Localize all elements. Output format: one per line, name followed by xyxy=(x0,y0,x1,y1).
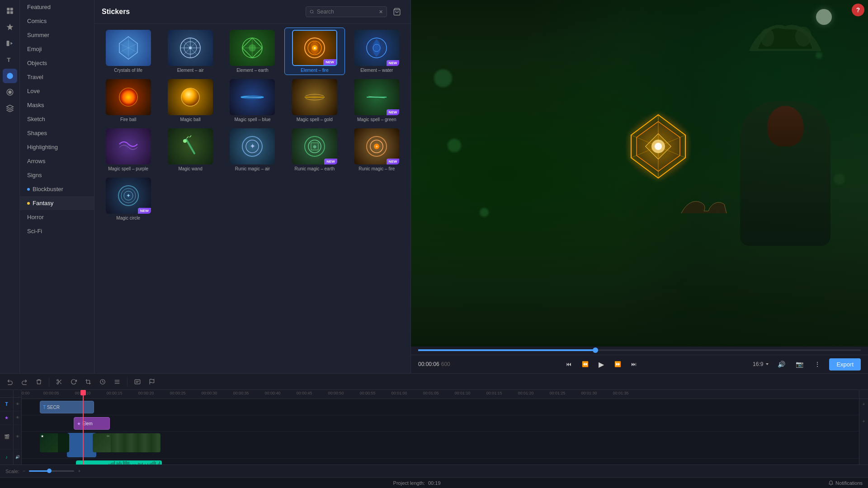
sticker-fire-ball[interactable]: Fire ball xyxy=(98,77,158,124)
sidebar-item-masks[interactable]: Masks xyxy=(20,98,94,112)
speed-button[interactable] xyxy=(96,375,109,388)
aspect-ratio-selector[interactable]: 16:9 xyxy=(753,361,769,367)
track-eye-toggle-video[interactable]: 👁 xyxy=(14,425,21,450)
sticker-crystals[interactable]: Crystals of life xyxy=(98,28,158,75)
add-element-track-btn[interactable]: + xyxy=(861,418,867,424)
person-silhouette xyxy=(740,101,830,246)
timeline-tracks-inner[interactable]: 00:00:00 00:00:05 00:00:10 00:00:15 00:0… xyxy=(22,390,859,465)
add-text-track-btn[interactable]: + xyxy=(861,401,867,407)
sidebar-item-highlighting[interactable]: Highlighting xyxy=(20,140,94,154)
search-input[interactable] xyxy=(317,9,376,15)
cart-icon[interactable] xyxy=(391,5,403,18)
skip-start-button[interactable]: ⏮ xyxy=(562,358,575,371)
text-tool-icon[interactable]: T xyxy=(3,52,17,67)
video-clip-2[interactable]: ✂ xyxy=(93,433,160,452)
search-box[interactable]: ✕ xyxy=(306,6,387,17)
step-forward-button[interactable]: ⏩ xyxy=(611,358,624,371)
undo-button[interactable] xyxy=(4,375,16,388)
sidebar-item-travel[interactable]: Travel xyxy=(20,70,94,84)
video-selection-block[interactable] xyxy=(67,433,96,457)
sidebar-item-signs[interactable]: Signs xyxy=(20,168,94,182)
sidebar-item-horror[interactable]: Horror xyxy=(20,210,94,224)
ruler-mark-95: 00:01:35 xyxy=(613,391,628,395)
sticker-magic-spell-gold[interactable]: Magic spell – gold xyxy=(284,77,344,124)
track-eye-toggle-element[interactable]: 👁 xyxy=(14,411,21,425)
sticker-element-air[interactable]: Element – air xyxy=(160,28,220,75)
screenshot-icon[interactable]: 📷 xyxy=(793,358,806,371)
sticker-label-magic-spell-purple: Magic spell – purple xyxy=(100,166,156,171)
zoom-out-icon[interactable]: − xyxy=(23,469,26,474)
sticker-magic-spell-green[interactable]: NEW Magic spell – green xyxy=(347,77,407,124)
sticker-element-water[interactable]: NEW Element – water xyxy=(347,28,407,75)
video-clip-1[interactable]: ★ xyxy=(40,433,69,452)
ruler-mark-55: 00:00:55 xyxy=(359,391,375,395)
sticker-element-earth[interactable]: Element – earth xyxy=(222,28,283,75)
total-time: 600 xyxy=(441,361,450,367)
export-button[interactable]: Export xyxy=(829,358,861,371)
track-eye-toggle-text[interactable]: 👁 xyxy=(14,398,21,411)
sidebar-item-featured[interactable]: Featured xyxy=(20,0,94,14)
sidebar-item-emoji[interactable]: Emoji xyxy=(20,42,94,56)
align-button[interactable] xyxy=(111,375,123,388)
sidebar-item-blockbuster[interactable]: Blockbuster xyxy=(20,182,94,196)
playhead[interactable] xyxy=(83,390,84,465)
text-clip[interactable]: T SECR xyxy=(40,401,94,413)
sticker-runic-earth[interactable]: ⊕ NEW Runic magic – earth xyxy=(284,126,344,174)
sticker-magic-ball[interactable]: Magic ball xyxy=(160,77,220,124)
skip-end-button[interactable]: ⏭ xyxy=(627,358,640,371)
caption-button[interactable] xyxy=(131,375,144,388)
progress-area xyxy=(411,347,868,355)
track-eye-toggle-audio[interactable]: 🔊 xyxy=(14,450,21,465)
element-clip[interactable]: ★ Elem xyxy=(74,417,110,430)
flag-button[interactable] xyxy=(146,375,158,388)
glowing-hands xyxy=(677,191,731,218)
sticker-thumb-element-air xyxy=(168,30,213,66)
volume-icon[interactable]: 🔊 xyxy=(775,358,788,371)
scale-slider[interactable] xyxy=(29,470,74,472)
sidebar-item-summer[interactable]: Summer xyxy=(20,28,94,42)
more-options-icon[interactable]: ⋮ xyxy=(811,358,824,371)
new-badge-magic-spell-green: NEW xyxy=(387,109,400,115)
filters-tool-icon[interactable] xyxy=(3,85,17,99)
audio-clip[interactable]: Sunrise.mp3 xyxy=(76,460,162,465)
play-pause-button[interactable]: ▶ xyxy=(595,358,608,371)
sticker-runic-air[interactable]: ✦ Runic magic – air xyxy=(222,126,283,174)
delete-button[interactable] xyxy=(33,375,45,388)
zoom-in-icon[interactable]: + xyxy=(78,469,80,474)
media-tool-icon[interactable] xyxy=(3,4,17,18)
sticker-thumb-magic-circle: ✦ NEW xyxy=(106,178,151,214)
sticker-magic-spell-blue[interactable]: Magic spell – blue xyxy=(222,77,283,124)
step-back-button[interactable]: ⏪ xyxy=(579,358,591,371)
new-badge-element-fire: NEW xyxy=(323,59,336,65)
sidebar-item-love[interactable]: Love xyxy=(20,84,94,98)
stickers-tool-icon[interactable] xyxy=(3,69,17,83)
sidebar-item-shapes[interactable]: Shapes xyxy=(20,126,94,140)
svg-point-64 xyxy=(760,28,774,47)
sidebar-item-fantasy[interactable]: Fantasy xyxy=(20,196,94,210)
sticker-magic-wand[interactable]: Magic wand xyxy=(160,126,220,174)
clear-search-icon[interactable]: ✕ xyxy=(379,9,383,15)
progress-bar[interactable] xyxy=(418,349,861,351)
rotate-button[interactable] xyxy=(67,375,80,388)
transitions-tool-icon[interactable] xyxy=(3,36,17,51)
sidebar-item-comics[interactable]: Comics xyxy=(20,14,94,28)
notifications-button[interactable]: Notifications xyxy=(828,480,863,486)
redo-button[interactable] xyxy=(18,375,31,388)
sidebar-item-objects[interactable]: Objects xyxy=(20,56,94,70)
sidebar-item-arrows[interactable]: Arrows xyxy=(20,154,94,168)
sidebar-item-scifi[interactable]: Sci-Fi xyxy=(20,224,94,238)
crop-button[interactable] xyxy=(82,375,94,388)
sticker-runic-fire[interactable]: ✦ NEW Runic magic – fire xyxy=(347,126,407,174)
sidebar-item-sketch[interactable]: Sketch xyxy=(20,112,94,126)
preview-video-bg xyxy=(411,0,868,347)
effects-tool-icon[interactable] xyxy=(3,20,17,34)
ruler-mark-5: 00:00:05 xyxy=(43,391,59,395)
elements-tool-icon[interactable] xyxy=(3,101,17,116)
svg-rect-5 xyxy=(6,41,9,46)
help-button[interactable]: ? xyxy=(852,4,864,16)
sticker-magic-circle[interactable]: ✦ NEW Magic circle xyxy=(98,175,158,223)
sticker-element-fire[interactable]: ✦ NEW Element – fire xyxy=(284,28,344,75)
sticker-magic-spell-purple[interactable]: Magic spell – purple xyxy=(98,126,158,174)
svg-marker-4 xyxy=(6,24,13,30)
cut-button[interactable] xyxy=(53,375,66,388)
